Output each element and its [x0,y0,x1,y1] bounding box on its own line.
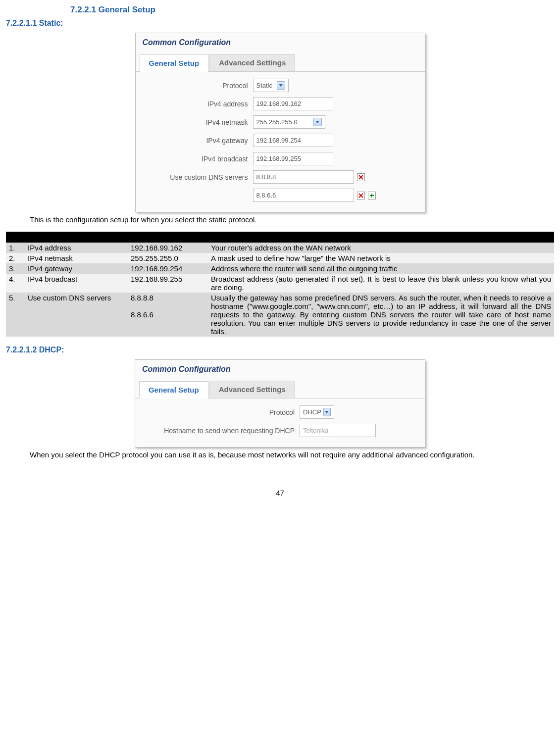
label-ipv4-broadcast: IPv4 broadcast [142,155,253,163]
panel-title: Common Configuration [135,360,425,381]
heading-static: 7.2.2.1.1 Static: [6,19,554,28]
cell-name: Use custom DNS servers [25,293,128,337]
delete-icon[interactable] [357,173,365,181]
label-ipv4-address: IPv4 address [142,100,253,108]
cell-desc: A mask used to define how "large" the WA… [208,253,554,263]
cell-desc: Broadcast address (auto generated if not… [208,274,554,293]
select-ipv4-netmask[interactable]: 255.255.255.0 [253,115,325,129]
page-number: 47 [6,489,554,497]
label-dns-servers: Use custom DNS servers [142,173,253,181]
form-area: Protocol DHCP Hostname to send when requ… [135,398,425,447]
select-protocol-value: DHCP [303,408,321,416]
input-dns-1[interactable]: 8.8.8.8 [253,170,354,184]
select-protocol[interactable]: DHCP [300,405,334,419]
table-row: 4. IPv4 broadcast 192.168.99.255 Broadca… [6,274,554,293]
tab-general-setup[interactable]: General Setup [139,381,208,398]
cell-num: 2. [6,253,25,263]
table-row: 1. IPv4 address 192.168.99.162 Your rout… [6,243,554,253]
dhcp-description-paragraph: When you select the DHCP protocol you ca… [6,450,554,459]
label-hostname: Hostname to send when requesting DHCP [141,427,300,435]
tab-advanced-settings[interactable]: Advanced Settings [209,54,295,71]
label-protocol: Protocol [141,408,300,416]
cell-num: 5. [6,293,25,337]
cell-name: IPv4 address [25,243,128,253]
tab-advanced-settings[interactable]: Advanced Settings [209,381,295,398]
panel-title: Common Configuration [136,33,425,54]
cell-num: 1. [6,243,25,253]
tab-bar: General Setup Advanced Settings [136,54,425,72]
tab-bar: General Setup Advanced Settings [135,381,425,398]
cell-name: IPv4 gateway [25,263,128,274]
table-row: 5. Use custom DNS servers 8.8.8.8 8.8.6.… [6,293,554,337]
form-area: Protocol Static IPv4 address 192.168.99.… [136,72,425,212]
label-ipv4-gateway: IPv4 gateway [142,137,253,145]
input-dns-2[interactable]: 8.8.6.6 [253,189,354,202]
heading-dhcp: 7.2.2.1.2 DHCP: [6,346,554,354]
svg-marker-8 [325,411,329,413]
static-description-paragraph: This is the configuration setup for when… [6,215,554,224]
cell-val: 255.255.255.0 [128,253,208,263]
cell-name: IPv4 broadcast [25,274,128,293]
select-protocol[interactable]: Static [253,79,289,92]
input-ipv4-broadcast[interactable]: 192.168.99.255 [253,152,333,165]
delete-icon[interactable] [357,192,365,199]
cell-num: 4. [6,274,25,293]
svg-marker-1 [315,121,319,123]
chevron-down-icon [277,81,285,90]
cell-val: 192.168.99.162 [128,243,208,253]
tab-general-setup[interactable]: General Setup [140,54,209,72]
cell-desc: Address where the router will send all t… [208,263,554,274]
svg-marker-0 [279,84,283,87]
static-fields-table: 1. IPv4 address 192.168.99.162 Your rout… [6,232,554,337]
config-panel-static: Common Configuration General Setup Advan… [135,33,425,212]
input-ipv4-address[interactable]: 192.168.99.162 [253,97,333,110]
cell-num: 3. [6,263,25,274]
cell-val: 192.168.99.254 [128,263,208,274]
input-ipv4-gateway[interactable]: 192.168.99.254 [253,134,333,147]
label-ipv4-netmask: IPv4 netmask [142,118,253,126]
cell-desc: Usually the gateway has some predefined … [208,293,554,337]
label-protocol: Protocol [142,82,253,90]
heading-general-setup: 7.2.2.1 General Setup [70,5,554,15]
input-hostname[interactable]: Teltonika [300,424,376,437]
chevron-down-icon [323,408,331,416]
select-protocol-value: Static [256,82,273,89]
netmask-value: 255.255.255.0 [256,118,298,126]
cell-val: 192.168.99.255 [128,274,208,293]
cell-val: 8.8.8.8 8.8.6.6 [128,293,208,337]
cell-desc: Your router's address on the WAN network [208,243,554,253]
config-panel-dhcp: Common Configuration General Setup Advan… [135,359,425,448]
cell-name: IPv4 netmask [25,253,128,263]
chevron-down-icon [313,118,322,126]
add-icon[interactable] [368,192,376,199]
table-row: 2. IPv4 netmask 255.255.255.0 A mask use… [6,253,554,263]
table-row: 3. IPv4 gateway 192.168.99.254 Address w… [6,263,554,274]
